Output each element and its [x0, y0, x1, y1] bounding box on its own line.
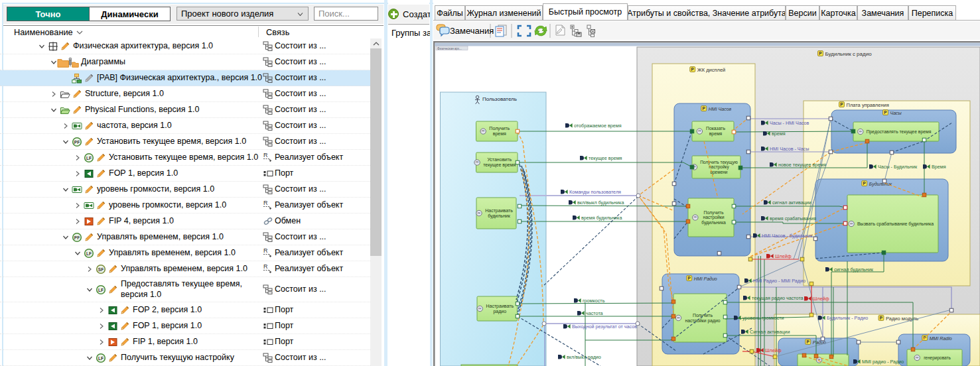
svg-text:частота: частота	[586, 310, 603, 316]
svg-text:вкл/выкл радио: вкл/выкл радио	[567, 354, 601, 360]
svg-text:Часы - Будильник: Часы - Будильник	[878, 164, 918, 170]
svg-text:Команды пользователя: Команды пользователя	[569, 189, 621, 195]
svg-text:генерировать: генерировать	[924, 355, 951, 361]
svg-text:время: время	[709, 131, 723, 137]
svg-text:PF: PF	[698, 130, 701, 133]
svg-text:Часы - HMI Часов: Часы - HMI Часов	[770, 120, 809, 126]
svg-text:P: P	[807, 339, 810, 344]
svg-text:уровень громкости: уровень громкости	[742, 315, 784, 321]
svg-text:R: R	[263, 152, 268, 158]
svg-text:LF: LF	[98, 356, 104, 361]
svg-text:время будильника: время будильника	[581, 215, 622, 221]
svg-text:PF: PF	[74, 235, 80, 240]
svg-text:P: P	[819, 51, 822, 56]
svg-text:LF: LF	[86, 251, 92, 256]
svg-text:будильник: будильник	[488, 213, 511, 219]
svg-text:вкл/выкл будильника: вкл/выкл будильника	[577, 200, 624, 206]
svg-text:Радио модуль: Радио модуль	[886, 316, 918, 322]
svg-text:Установить: Установить	[487, 157, 512, 162]
svg-text:HMI Часов - Часы: HMI Часов - Часы	[770, 146, 809, 152]
svg-text:текущее время: текущее время	[483, 162, 516, 168]
svg-text:PF: PF	[476, 161, 478, 164]
svg-text:настройки радио: настройки радио	[685, 318, 720, 324]
svg-text:R: R	[263, 263, 268, 270]
svg-text:Получить: Получить	[489, 126, 510, 131]
svg-text:времени: времени	[711, 170, 728, 175]
svg-text:Предоставлять текущее время: Предоставлять текущее время	[867, 129, 932, 135]
svg-text:громкость: громкость	[583, 298, 605, 304]
svg-text:Получить: Получить	[693, 313, 713, 318]
svg-text:PF: PF	[478, 212, 480, 215]
svg-text:ЖК дисплей: ЖК дисплей	[697, 67, 726, 73]
svg-text:отображаемое время: отображаемое время	[574, 123, 622, 129]
svg-text:Плата управления: Плата управления	[847, 102, 889, 108]
svg-text:HMI Часов - будильник: HMI Часов - будильник	[762, 233, 813, 239]
svg-text:PF: PF	[850, 223, 853, 225]
svg-text:настройки: настройки	[703, 215, 724, 220]
svg-text:текущее время: текущее время	[589, 155, 622, 161]
svg-text:Выходной результат от часов: Выходной результат от часов	[572, 324, 637, 330]
svg-text:SF: SF	[98, 267, 104, 272]
svg-text:PF: PF	[478, 308, 481, 310]
svg-text:время: время	[772, 131, 786, 137]
svg-text:Шлейф: Шлейф	[775, 253, 792, 259]
svg-text:R: R	[263, 247, 268, 254]
svg-text:Вызвать срабатывание будильник: Вызвать срабатывание будильника	[857, 221, 934, 227]
svg-text:Шлейф: Шлейф	[765, 347, 782, 353]
svg-text:Будильник: Будильник	[869, 182, 892, 187]
svg-text:P: P	[880, 316, 883, 320]
svg-text:LF: LF	[86, 156, 92, 160]
svg-text:Показать: Показать	[706, 126, 725, 131]
svg-text:HMI Радио - MMI Радио: HMI Радио - MMI Радио	[753, 278, 805, 284]
svg-text:Будильник - Радио: Будильник - Радио	[827, 315, 868, 321]
svg-text:P: P	[884, 110, 887, 115]
svg-text:MMI Radio: MMI Radio	[930, 336, 952, 341]
svg-text:радио: радио	[493, 309, 506, 314]
svg-text:PF: PF	[859, 131, 862, 133]
svg-text:P: P	[691, 67, 695, 72]
svg-text:P: P	[703, 106, 706, 111]
svg-text:сигнал будильник: сигнал будильник	[834, 267, 874, 273]
svg-text:PF: PF	[916, 357, 918, 359]
svg-text:Время: Время	[932, 164, 946, 170]
svg-text:Пользователь: Пользователь	[482, 96, 517, 102]
svg-text:Настраивать: Настраивать	[485, 208, 513, 213]
svg-text:PF: PF	[74, 140, 80, 145]
svg-text:Получить: Получить	[704, 210, 724, 215]
svg-text:PF: PF	[482, 130, 484, 133]
svg-text:новое текущее время: новое текущее время	[778, 162, 826, 168]
svg-text:Сигнал активации: Сигнал активации	[750, 329, 790, 335]
svg-text:Физическая арх...: Физическая арх...	[437, 47, 462, 50]
svg-text:P: P	[688, 276, 691, 280]
svg-text:HMI Радио: HMI Радио	[694, 276, 717, 281]
svg-text:Часы: Часы	[890, 111, 902, 115]
svg-text:HMI Часов: HMI Часов	[709, 107, 732, 111]
svg-text:Будильник с радио: Будильник с радио	[825, 51, 873, 57]
svg-text:будильника: будильника	[701, 220, 726, 225]
svg-text:время: время	[493, 131, 506, 137]
svg-text:сигнал активации: сигнал активации	[772, 200, 811, 206]
svg-text:время срабатывания: время срабатывания	[770, 215, 816, 221]
svg-text:R: R	[263, 200, 268, 206]
svg-text:LF: LF	[98, 288, 104, 292]
svg-text:текущая радио частота: текущая радио частота	[752, 295, 804, 301]
svg-text:Настраивать: Настраивать	[486, 304, 514, 309]
svg-text:P: P	[863, 181, 867, 186]
svg-text:PF: PF	[694, 216, 697, 219]
svg-text:P: P	[840, 102, 843, 107]
svg-text:PF: PF	[677, 317, 679, 320]
svg-text:MMI радио - Радио: MMI радио - Радио	[862, 359, 904, 365]
svg-text:Шлейф: Шлейф	[813, 296, 829, 302]
